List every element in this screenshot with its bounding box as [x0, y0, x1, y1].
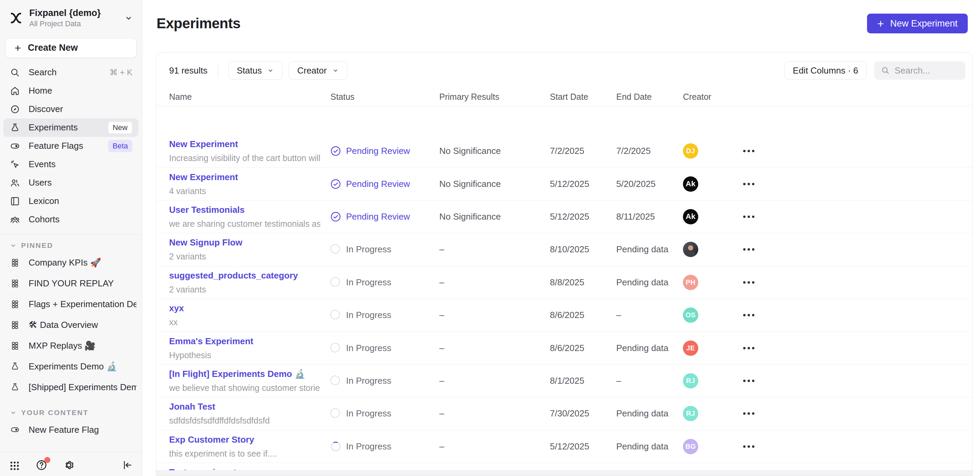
- pinned-item-mxp-replays[interactable]: MXP Replays 🎥: [0, 335, 142, 356]
- experiment-name-link[interactable]: Exp Customer Story: [169, 434, 320, 445]
- experiment-description: Increasing visibility of the cart button…: [169, 153, 320, 163]
- status-filter-button[interactable]: Status: [228, 61, 283, 80]
- row-actions-button[interactable]: [740, 310, 758, 320]
- table-row[interactable]: User Testimonials we are sharing custome…: [156, 201, 972, 233]
- app-window: Fixpanel {demo} All Project Data + Creat…: [0, 0, 980, 476]
- sidebar-item-cohorts[interactable]: Cohorts: [3, 211, 138, 229]
- toolbar-divider: [218, 64, 218, 77]
- edit-columns-button[interactable]: Edit Columns · 6: [784, 61, 867, 80]
- row-actions-button[interactable]: [740, 245, 758, 254]
- sidebar-item-lexicon[interactable]: Lexicon: [3, 192, 138, 211]
- collapse-sidebar-button[interactable]: [121, 459, 133, 471]
- table-row[interactable]: New Signup Flow 2 variants In Progress –…: [156, 233, 972, 266]
- table-row[interactable]: Jonah Test sdfdsfdsfsdfdffdfdsfsdfdsfd I…: [156, 397, 972, 430]
- column-header-creator[interactable]: Creator: [683, 92, 740, 102]
- sidebar-item-feature-flags[interactable]: Feature Flags Beta: [3, 137, 138, 155]
- users-icon: [10, 178, 21, 188]
- row-actions-button[interactable]: [740, 179, 758, 188]
- table-row[interactable]: Emma's Experiment Hypothesis In Progress…: [156, 332, 972, 364]
- apps-grid-button[interactable]: [9, 459, 21, 471]
- column-header-start-date[interactable]: Start Date: [550, 92, 616, 102]
- sidebar-item-search[interactable]: Search ⌘ + K: [3, 63, 138, 82]
- experiment-name-link[interactable]: [In Flight] Experiments Demo 🔬: [169, 369, 320, 379]
- pinned-item-flags-experimentation-demo[interactable]: Flags + Experimentation Demo: [0, 294, 142, 315]
- create-new-button[interactable]: + Create New: [5, 38, 137, 58]
- table-row[interactable]: New Experiment 4 variants Pending Review…: [156, 168, 972, 200]
- pinned-item-company-kpis[interactable]: Company KPIs 🚀: [0, 252, 142, 273]
- creator-avatar: OS: [683, 307, 698, 323]
- primary-results-value: –: [439, 408, 550, 419]
- status-cell: In Progress: [331, 375, 439, 386]
- creator-filter-button[interactable]: Creator: [288, 61, 347, 80]
- pinned-section-header[interactable]: PINNED: [0, 236, 142, 252]
- sidebar-item-discover[interactable]: Discover: [3, 100, 138, 118]
- row-actions-button[interactable]: [740, 442, 758, 451]
- board-icon: [10, 320, 21, 330]
- column-header-end-date[interactable]: End Date: [616, 92, 683, 102]
- help-button[interactable]: [35, 459, 48, 471]
- table-search[interactable]: [874, 61, 966, 80]
- table-row[interactable]: New Experiment Increasing visibility of …: [156, 135, 972, 168]
- settings-button[interactable]: [63, 459, 75, 471]
- pinned-item-data-overview[interactable]: 🛠 Data Overview: [0, 315, 142, 335]
- column-header-name[interactable]: Name: [169, 92, 331, 102]
- experiment-name-link[interactable]: New Signup Flow: [169, 237, 320, 248]
- row-actions-button[interactable]: [740, 409, 758, 418]
- gear-icon: [63, 459, 75, 471]
- sidebar-item-home[interactable]: Home: [3, 82, 138, 100]
- new-experiment-button[interactable]: + New Experiment: [867, 14, 968, 34]
- experiment-name-link[interactable]: New Experiment: [169, 172, 320, 182]
- chevron-down-icon: [10, 409, 17, 417]
- sidebar-item-users[interactable]: Users: [3, 174, 138, 192]
- row-actions-button[interactable]: [740, 343, 758, 353]
- experiment-name-link[interactable]: Emma's Experiment: [169, 336, 320, 347]
- row-actions-button[interactable]: [740, 146, 758, 156]
- experiment-description: we are sharing customer testimonials as …: [169, 219, 320, 229]
- start-date-value: 5/12/2025: [550, 211, 616, 222]
- pending-review-icon: [331, 179, 341, 189]
- experiment-name-link[interactable]: Test experiment: [169, 467, 320, 470]
- search-input[interactable]: [894, 65, 956, 76]
- creator-cell: Ak: [683, 176, 740, 192]
- experiment-name-link[interactable]: Jonah Test: [169, 401, 320, 412]
- experiment-name-link[interactable]: User Testimonials: [169, 204, 320, 215]
- creator-filter-label: Creator: [297, 65, 327, 76]
- pinned-item-find-your-replay[interactable]: FIND YOUR REPLAY: [0, 273, 142, 294]
- table-row[interactable]: Test experiment If users have relatable …: [156, 463, 972, 470]
- table-row[interactable]: [In Flight] Experiments Demo 🔬 we believ…: [156, 365, 972, 397]
- start-date-value: 7/2/2025: [550, 146, 616, 156]
- status-label: In Progress: [346, 310, 391, 320]
- experiments-card: 91 results Status Creator Edit Columns ·…: [156, 52, 972, 476]
- table-row[interactable]: xyx xx In Progress – 8/6/2025 – OS: [156, 299, 972, 332]
- main-content: Experiments + New Experiment 91 results …: [142, 0, 980, 476]
- in-progress-icon: [331, 343, 341, 353]
- experiment-name-link[interactable]: suggested_products_category: [169, 270, 320, 281]
- creator-cell: BG: [683, 439, 740, 454]
- row-actions-button[interactable]: [740, 212, 758, 221]
- workspace-switcher[interactable]: Fixpanel {demo} All Project Data: [0, 0, 142, 33]
- end-date-value: 7/2/2025: [616, 146, 683, 156]
- end-date-value: Pending data: [616, 441, 683, 452]
- pinned-item-experiments-demo[interactable]: Experiments Demo 🔬: [0, 356, 142, 377]
- your-content-section-header[interactable]: YOUR CONTENT: [0, 404, 142, 420]
- experiment-description: 4 variants: [169, 186, 320, 196]
- column-header-primary-results[interactable]: Primary Results: [439, 92, 550, 102]
- creator-avatar: RJ: [683, 406, 698, 421]
- creator-cell: [683, 242, 740, 257]
- start-date-value: 8/8/2025: [550, 277, 616, 288]
- search-icon: [10, 67, 21, 78]
- horizontal-scrollbar[interactable]: [156, 470, 972, 476]
- pinned-item-shipped-experiments-demo[interactable]: [Shipped] Experiments Demo 🖊: [0, 377, 142, 398]
- creator-cell: OS: [683, 307, 740, 323]
- experiment-name-link[interactable]: New Experiment: [169, 139, 320, 150]
- compass-icon: [10, 104, 21, 114]
- table-row[interactable]: Exp Customer Story this experiment is to…: [156, 430, 972, 463]
- column-header-status[interactable]: Status: [331, 92, 439, 102]
- sidebar-item-experiments[interactable]: Experiments New: [3, 118, 138, 137]
- your-content-item-new-feature-flag[interactable]: New Feature Flag: [0, 420, 142, 440]
- row-actions-button[interactable]: [740, 278, 758, 287]
- row-actions-button[interactable]: [740, 376, 758, 385]
- experiment-name-link[interactable]: xyx: [169, 303, 320, 313]
- sidebar-item-events[interactable]: Events: [3, 155, 138, 174]
- table-row[interactable]: suggested_products_category 2 variants I…: [156, 266, 972, 299]
